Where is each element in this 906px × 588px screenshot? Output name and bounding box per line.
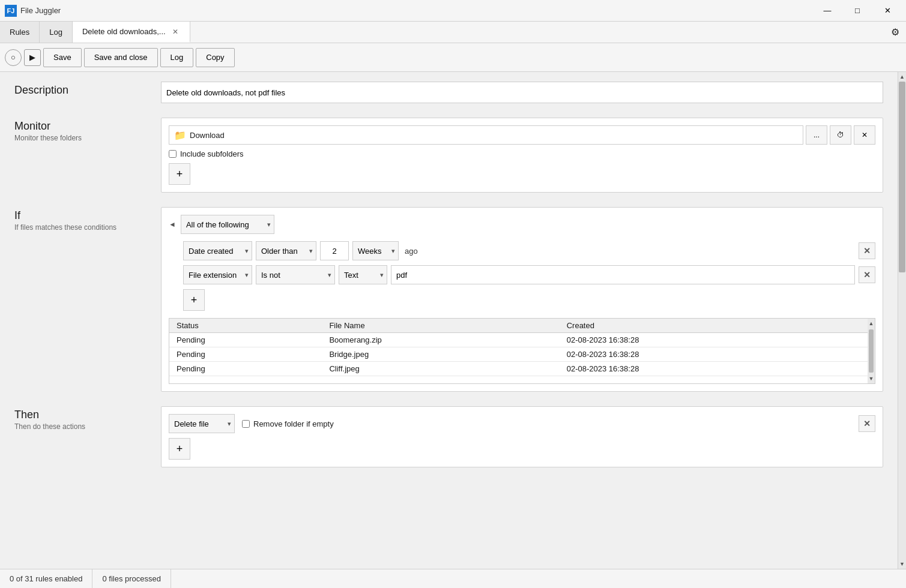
value-type-select-wrap-2: Text Number Date [339, 265, 387, 284]
timer-button[interactable]: ⏱ [830, 125, 851, 145]
scrollbar-track [898, 82, 906, 559]
field-select-2[interactable]: Date created Date modified File name Fil… [183, 265, 252, 284]
monitor-card: 📁 Download ... ⏱ ✕ Include subfolders + [161, 118, 883, 193]
actions-label: Then [14, 409, 146, 421]
tab-active-label: Delete old downloads,... [82, 27, 166, 36]
circle-button[interactable]: ○ [5, 49, 22, 66]
value-type-select-2[interactable]: Text Number Date [339, 265, 387, 284]
condition-row-2: Date created Date modified File name Fil… [169, 265, 875, 284]
tab-log[interactable]: Log [40, 22, 73, 43]
conditions-label-col: If If files matches these conditions [14, 207, 146, 232]
preview-table-scroll[interactable]: Status File Name Created Pending Boomera… [169, 319, 868, 383]
collapse-arrow-icon[interactable]: ◄ [169, 220, 176, 229]
operator-select-wrap-1: Older than Newer than Is Is not [256, 241, 316, 260]
tab-rules-label: Rules [10, 28, 29, 37]
scrollbar-up-button[interactable]: ▲ [898, 72, 906, 82]
operator-select-1[interactable]: Older than Newer than Is Is not [256, 241, 316, 260]
remove-folder-checkbox-wrap: Remove folder if empty [242, 419, 334, 428]
scrollbar-thumb [899, 82, 905, 272]
statusbar: 0 of 31 rules enabled 0 files processed [0, 569, 906, 588]
remove-action-button[interactable]: ✕ [859, 415, 875, 432]
conditions-content: ◄ All of the following Any of the follow… [161, 207, 883, 392]
app-title: File Juggler [20, 6, 61, 15]
table-row: Pending Bridge.jpeg 02-08-2023 16:38:28 [169, 347, 868, 362]
browse-button[interactable]: ... [806, 125, 827, 145]
remove-condition-1-button[interactable]: ✕ [859, 242, 875, 259]
conditions-label: If [14, 209, 146, 222]
row-filename: Bridge.jpeg [322, 347, 559, 362]
play-button[interactable]: ▶ [24, 49, 41, 66]
actions-card: Delete file Move file Copy file Rename f… [161, 406, 883, 467]
include-subfolders-label[interactable]: Include subfolders [180, 149, 244, 158]
col-created: Created [560, 319, 868, 333]
scroll-down-button[interactable]: ▼ [868, 374, 875, 383]
remove-folder-checkbox[interactable] [242, 420, 250, 428]
monitor-label: Monitor [14, 120, 146, 133]
row-status: Pending [169, 362, 322, 376]
row-created: 02-08-2023 16:38:28 [560, 347, 868, 362]
add-condition-button[interactable]: + [183, 289, 205, 311]
conditions-section: If If files matches these conditions ◄ A… [14, 207, 883, 392]
add-action-wrap: + [169, 438, 875, 460]
action-select[interactable]: Delete file Move file Copy file Rename f… [169, 414, 235, 433]
tab-log-label: Log [49, 28, 62, 37]
add-condition-wrap: + [169, 289, 875, 311]
tabs-left: Rules Log Delete old downloads,... ✕ [0, 22, 190, 43]
row-status: Pending [169, 347, 322, 362]
actions-content: Delete file Move file Copy file Rename f… [161, 406, 883, 467]
folder-row: 📁 Download ... ⏱ ✕ [169, 125, 875, 145]
remove-folder-label[interactable]: Remove folder if empty [253, 419, 334, 428]
ago-text-1: ago [402, 247, 420, 256]
then-row: Delete file Move file Copy file Rename f… [169, 414, 875, 433]
number-input-1[interactable] [320, 241, 349, 260]
gear-icon[interactable]: ⚙ [884, 22, 906, 43]
condition-row-1: Date created Date modified File name Fil… [169, 241, 875, 260]
group-select[interactable]: All of the following Any of the followin… [181, 215, 274, 234]
conditions-sublabel: If files matches these conditions [14, 223, 146, 232]
titlebar: FJ File Juggler — □ ✕ [0, 0, 906, 22]
operator-select-wrap-2: Is Is not Contains Does not contain [256, 265, 335, 284]
scroll-thumb [869, 329, 874, 373]
main-scrollbar: ▲ ▼ [898, 72, 906, 569]
description-input[interactable] [161, 82, 883, 103]
titlebar-controls: — □ ✕ [814, 1, 901, 20]
maximize-button[interactable]: □ [844, 1, 871, 20]
preview-scrollbar: ▲ ▼ [868, 319, 875, 383]
tab-close-button[interactable]: ✕ [171, 27, 180, 37]
save-close-button[interactable]: Save and close [84, 48, 158, 67]
log-button[interactable]: Log [160, 48, 194, 67]
col-status: Status [169, 319, 322, 333]
add-folder-button[interactable]: + [169, 163, 190, 185]
main-content: Description Monitor Monitor these folder… [0, 72, 898, 569]
tab-active[interactable]: Delete old downloads,... ✕ [73, 22, 190, 43]
toolbar: ○ ▶ Save Save and close Log Copy [0, 43, 906, 72]
copy-button[interactable]: Copy [196, 48, 234, 67]
group-select-wrap: All of the following Any of the followin… [181, 215, 274, 234]
play-icon: ▶ [29, 53, 35, 62]
actions-section: Then Then do these actions Delete file M… [14, 406, 883, 467]
remove-folder-button[interactable]: ✕ [854, 125, 875, 145]
scrollbar-down-button[interactable]: ▼ [898, 559, 906, 569]
col-filename: File Name [322, 319, 559, 333]
text-input-2[interactable] [391, 265, 855, 284]
include-subfolders-checkbox[interactable] [169, 150, 177, 158]
scroll-up-button[interactable]: ▲ [868, 319, 875, 328]
preview-table-wrap: Status File Name Created Pending Boomera… [169, 318, 875, 384]
monitor-content: 📁 Download ... ⏱ ✕ Include subfolders + [161, 118, 883, 193]
unit-select-1[interactable]: Days Weeks Months Years [352, 241, 399, 260]
timer-icon: ⏱ [837, 131, 844, 139]
minimize-button[interactable]: — [814, 1, 841, 20]
save-button[interactable]: Save [43, 48, 82, 67]
circle-icon: ○ [11, 53, 16, 62]
tabs-bar: Rules Log Delete old downloads,... ✕ ⚙ [0, 22, 906, 43]
add-action-button[interactable]: + [169, 438, 190, 460]
monitor-sublabel: Monitor these folders [14, 134, 146, 142]
tab-rules[interactable]: Rules [0, 22, 40, 43]
titlebar-left: FJ File Juggler [5, 5, 61, 17]
remove-condition-2-button[interactable]: ✕ [859, 266, 875, 283]
close-button[interactable]: ✕ [874, 1, 901, 20]
operator-select-2[interactable]: Is Is not Contains Does not contain [256, 265, 335, 284]
row-created: 02-08-2023 16:38:28 [560, 333, 868, 347]
field-select-1[interactable]: Date created Date modified File name Fil… [183, 241, 252, 260]
description-section: Description [14, 82, 883, 103]
